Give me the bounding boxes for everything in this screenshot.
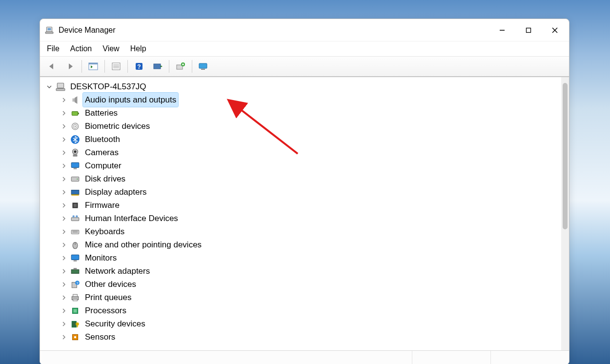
gpu-icon <box>70 187 80 197</box>
tree-node-audio[interactable]: Audio inputs and outputs <box>45 93 561 106</box>
tree-root[interactable]: DESKTOP-4L537JQ <box>45 80 561 93</box>
tree-node-keyboards[interactable]: Keyboards <box>45 225 561 238</box>
svg-rect-26 <box>72 98 74 101</box>
chevron-right-icon[interactable] <box>60 124 68 129</box>
menu-help[interactable]: Help <box>126 43 153 55</box>
svg-point-40 <box>77 178 78 179</box>
chevron-right-icon[interactable] <box>60 177 68 182</box>
close-button[interactable] <box>542 19 568 41</box>
svg-rect-62 <box>73 299 78 301</box>
tree-node-security[interactable]: Security devices <box>45 317 561 330</box>
tree-node-bluetooth[interactable]: Bluetooth <box>45 133 561 146</box>
tree-node-monitors[interactable]: Monitors <box>45 251 561 264</box>
chevron-right-icon[interactable] <box>60 229 68 234</box>
devicemanager-app-icon <box>45 26 54 35</box>
svg-rect-54 <box>74 260 77 261</box>
svg-rect-38 <box>74 168 77 169</box>
svg-rect-53 <box>71 255 79 260</box>
svg-rect-22 <box>199 63 207 68</box>
statusbar-pane <box>491 351 569 364</box>
chip-icon <box>70 201 80 210</box>
svg-rect-8 <box>89 63 98 64</box>
chevron-right-icon[interactable] <box>60 308 68 313</box>
svg-rect-55 <box>71 269 79 273</box>
svg-point-35 <box>74 150 76 153</box>
toolbar-separator <box>192 60 192 73</box>
other-devices-icon: ? <box>70 280 80 289</box>
svg-rect-24 <box>57 83 63 88</box>
chevron-right-icon[interactable] <box>60 243 68 247</box>
svg-point-47 <box>76 215 78 217</box>
keyboard-icon <box>70 227 80 237</box>
minimize-button[interactable] <box>489 19 515 41</box>
security-icon <box>70 319 80 329</box>
menu-file[interactable]: File <box>43 43 66 55</box>
scan-hardware-button[interactable] <box>149 59 166 74</box>
tree-node-label: Print queues <box>83 290 133 304</box>
tree-node-mice[interactable]: Mice and other pointing devices <box>45 238 561 251</box>
tree-node-processors[interactable]: Processors <box>45 304 561 317</box>
tree-node-sensors[interactable]: Sensors <box>45 330 561 344</box>
computer-icon <box>56 82 65 92</box>
sensor-icon <box>70 332 80 342</box>
tree-node-computer[interactable]: Computer <box>45 159 561 172</box>
svg-rect-61 <box>73 294 78 296</box>
tree-node-print[interactable]: Print queues <box>45 291 561 304</box>
scrollbar-thumb[interactable] <box>563 83 568 229</box>
chevron-right-icon[interactable] <box>60 163 68 168</box>
forward-button[interactable] <box>61 59 79 74</box>
chevron-right-icon[interactable] <box>60 98 68 102</box>
tree-node-biometric[interactable]: Biometric devices <box>45 120 561 133</box>
vertical-scrollbar[interactable] <box>561 77 569 350</box>
help-button[interactable]: ? <box>130 59 148 74</box>
chevron-right-icon[interactable] <box>60 256 68 261</box>
chevron-right-icon[interactable] <box>60 322 68 326</box>
tree-node-label: Sensors <box>83 330 117 344</box>
monitor-icon <box>70 161 80 171</box>
svg-rect-16 <box>154 64 161 69</box>
tree-node-disk[interactable]: Disk drives <box>45 172 561 185</box>
tree-node-hid[interactable]: Human Interface Devices <box>45 212 561 225</box>
tree-node-other[interactable]: ? Other devices <box>45 278 561 291</box>
chevron-right-icon[interactable] <box>60 295 68 300</box>
chevron-right-icon[interactable] <box>60 137 68 142</box>
add-legacy-hardware-button[interactable] <box>172 59 189 74</box>
svg-text:?: ? <box>76 281 79 285</box>
chevron-right-icon[interactable] <box>60 150 68 155</box>
svg-rect-25 <box>56 88 65 90</box>
tree-node-label: Biometric devices <box>83 119 152 133</box>
menu-view[interactable]: View <box>99 43 126 55</box>
svg-point-69 <box>74 336 76 338</box>
disk-icon <box>70 174 80 184</box>
monitor-icon <box>70 253 80 263</box>
tree-node-network[interactable]: Network adapters <box>45 264 561 278</box>
hid-icon <box>70 214 80 223</box>
svg-point-46 <box>72 215 74 217</box>
properties-button[interactable] <box>107 59 125 74</box>
chevron-right-icon[interactable] <box>60 282 68 287</box>
chevron-right-icon[interactable] <box>60 335 68 340</box>
tree-node-cameras[interactable]: Cameras <box>45 146 561 159</box>
chevron-right-icon[interactable] <box>60 216 68 221</box>
chevron-down-icon[interactable] <box>45 84 54 89</box>
tree-node-firmware[interactable]: Firmware <box>45 199 561 212</box>
chevron-right-icon[interactable] <box>60 111 68 116</box>
tree-node-batteries[interactable]: Batteries <box>45 106 561 120</box>
tree-node-label: Display adapters <box>83 185 149 199</box>
devices-by-connection-button[interactable] <box>195 59 212 74</box>
device-tree[interactable]: DESKTOP-4L537JQ Audio inputs and outputs… <box>40 77 561 350</box>
tree-node-label: Monitors <box>83 251 119 265</box>
tree-node-label: Keyboards <box>83 224 126 239</box>
statusbar <box>40 350 569 364</box>
battery-icon <box>70 108 80 118</box>
desktop-background: Device Manager File Action View Help <box>0 0 610 364</box>
show-hide-pane-button[interactable] <box>84 59 102 74</box>
tree-node-display[interactable]: Display adapters <box>45 185 561 199</box>
statusbar-pane <box>40 351 412 364</box>
maximize-button[interactable] <box>515 19 542 41</box>
back-button[interactable] <box>43 59 61 74</box>
chevron-right-icon[interactable] <box>60 190 68 195</box>
chevron-right-icon[interactable] <box>60 269 68 274</box>
chevron-right-icon[interactable] <box>60 203 68 208</box>
menu-action[interactable]: Action <box>66 43 99 55</box>
